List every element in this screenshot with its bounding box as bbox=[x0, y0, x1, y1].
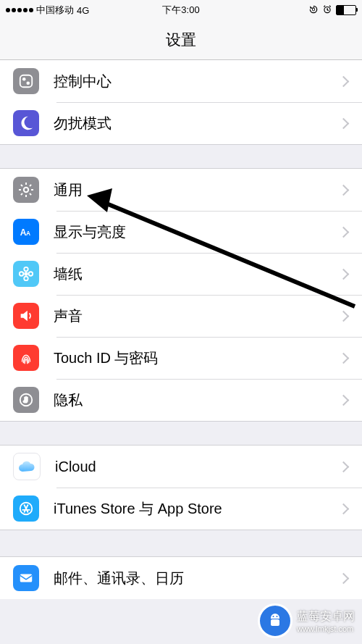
svg-point-8 bbox=[24, 272, 28, 276]
row-display[interactable]: AA 显示与亮度 bbox=[0, 211, 362, 253]
row-label: 勿扰模式 bbox=[54, 114, 340, 133]
chevron-right-icon bbox=[338, 572, 350, 584]
status-right bbox=[308, 4, 356, 17]
row-wallpaper[interactable]: 墙纸 bbox=[0, 253, 362, 295]
control-center-icon bbox=[13, 68, 39, 94]
row-dnd[interactable]: 勿扰模式 bbox=[0, 102, 362, 144]
rotation-lock-icon bbox=[308, 4, 319, 17]
battery-icon bbox=[336, 5, 356, 15]
chevron-right-icon bbox=[338, 75, 350, 87]
chevron-right-icon bbox=[338, 503, 350, 514]
settings-group-2: 通用 AA 显示与亮度 墙纸 声音 Touch ID 与密码 隐私 bbox=[0, 168, 362, 422]
svg-point-11 bbox=[20, 272, 23, 276]
appstore-icon bbox=[13, 495, 39, 522]
row-privacy[interactable]: 隐私 bbox=[0, 379, 362, 421]
row-label: 声音 bbox=[54, 306, 340, 326]
row-sound[interactable]: 声音 bbox=[0, 295, 362, 337]
row-icloud[interactable]: iCloud bbox=[0, 446, 362, 488]
svg-rect-15 bbox=[20, 574, 33, 582]
hand-icon bbox=[13, 387, 39, 413]
row-label: 显示与亮度 bbox=[54, 222, 340, 242]
svg-point-9 bbox=[24, 267, 28, 272]
carrier-label: 中国移动 bbox=[36, 4, 74, 17]
moon-icon bbox=[13, 110, 39, 136]
chevron-right-icon bbox=[338, 184, 350, 196]
row-label: 通用 bbox=[54, 180, 340, 200]
row-appstore[interactable]: iTunes Store 与 App Store bbox=[0, 488, 362, 530]
row-label: 墙纸 bbox=[54, 264, 340, 284]
signal-dots-icon bbox=[6, 8, 33, 12]
chevron-right-icon bbox=[338, 352, 350, 364]
chevron-right-icon bbox=[338, 394, 350, 406]
speaker-icon bbox=[13, 303, 39, 329]
row-label: iCloud bbox=[55, 459, 340, 475]
row-label: 隐私 bbox=[54, 390, 340, 410]
row-label: 邮件、通讯录、日历 bbox=[54, 569, 340, 588]
svg-rect-2 bbox=[20, 75, 33, 88]
row-general[interactable]: 通用 bbox=[0, 169, 362, 211]
svg-point-19 bbox=[277, 616, 278, 617]
chevron-right-icon bbox=[338, 310, 350, 322]
svg-rect-20 bbox=[271, 619, 279, 626]
gear-icon bbox=[13, 177, 39, 203]
nav-bar: 设置 bbox=[0, 20, 362, 60]
watermark: 蓝莓安卓网 www.lmkjst.com bbox=[258, 603, 355, 638]
status-bar: 中国移动 4G 下午3:00 bbox=[0, 0, 362, 20]
chevron-right-icon bbox=[338, 117, 350, 129]
settings-group-1: 控制中心 勿扰模式 bbox=[0, 60, 362, 145]
fingerprint-icon bbox=[13, 345, 39, 371]
watermark-url: www.lmkjst.com bbox=[297, 624, 353, 633]
svg-rect-0 bbox=[313, 8, 315, 11]
page-title: 设置 bbox=[166, 30, 196, 50]
text-size-icon: AA bbox=[13, 219, 39, 245]
chevron-right-icon bbox=[338, 461, 350, 472]
row-touchid[interactable]: Touch ID 与密码 bbox=[0, 337, 362, 379]
svg-point-4 bbox=[26, 81, 30, 85]
mail-icon bbox=[13, 565, 39, 591]
svg-text:A: A bbox=[26, 230, 30, 237]
svg-point-18 bbox=[273, 616, 274, 617]
svg-point-3 bbox=[22, 78, 26, 81]
watermark-title: 蓝莓安卓网 bbox=[297, 609, 355, 624]
settings-group-4: 邮件、通讯录、日历 bbox=[0, 556, 362, 599]
svg-point-10 bbox=[24, 277, 28, 281]
row-label: iTunes Store 与 App Store bbox=[54, 499, 340, 519]
network-label: 4G bbox=[77, 5, 89, 16]
row-mail[interactable]: 邮件、通讯录、日历 bbox=[0, 557, 362, 599]
settings-group-3: iCloud iTunes Store 与 App Store bbox=[0, 445, 362, 530]
chevron-right-icon bbox=[338, 226, 350, 238]
watermark-logo-icon bbox=[258, 603, 292, 638]
status-left: 中国移动 4G bbox=[6, 4, 89, 17]
row-label: Touch ID 与密码 bbox=[54, 348, 340, 368]
cloud-icon bbox=[13, 453, 41, 480]
svg-point-12 bbox=[29, 272, 33, 276]
row-label: 控制中心 bbox=[54, 72, 340, 91]
clock-label: 下午3:00 bbox=[162, 4, 199, 17]
chevron-right-icon bbox=[338, 268, 350, 280]
row-control-center[interactable]: 控制中心 bbox=[0, 60, 362, 102]
alarm-icon bbox=[322, 4, 332, 17]
svg-point-5 bbox=[24, 188, 28, 192]
flower-icon bbox=[13, 261, 39, 287]
